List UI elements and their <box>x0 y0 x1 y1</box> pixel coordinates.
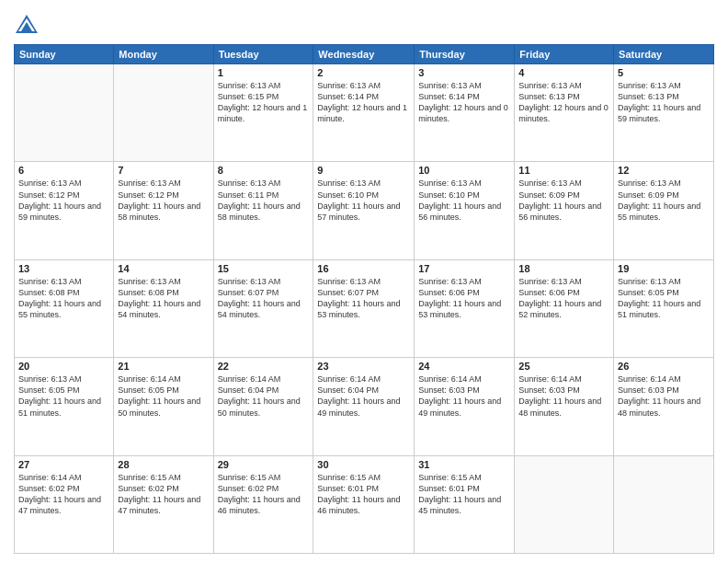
day-header-thursday: Thursday <box>415 45 515 64</box>
calendar-cell: 3Sunrise: 6:13 AM Sunset: 6:14 PM Daylig… <box>415 64 515 162</box>
calendar-cell: 19Sunrise: 6:13 AM Sunset: 6:05 PM Dayli… <box>614 259 714 357</box>
day-info: Sunrise: 6:13 AM Sunset: 6:05 PM Dayligh… <box>18 373 109 419</box>
day-number: 9 <box>317 165 410 176</box>
calendar-cell: 23Sunrise: 6:14 AM Sunset: 6:04 PM Dayli… <box>313 358 415 455</box>
calendar-cell: 14Sunrise: 6:13 AM Sunset: 6:08 PM Dayli… <box>114 259 213 357</box>
logo-icon <box>14 13 40 39</box>
day-number: 24 <box>418 361 510 372</box>
day-info: Sunrise: 6:13 AM Sunset: 6:11 PM Dayligh… <box>218 178 310 223</box>
day-number: 29 <box>218 459 310 470</box>
calendar-cell: 28Sunrise: 6:15 AM Sunset: 6:02 PM Dayli… <box>114 455 213 553</box>
page-header <box>14 9 714 39</box>
calendar-cell: 8Sunrise: 6:13 AM Sunset: 6:11 PM Daylig… <box>213 162 313 259</box>
day-number: 26 <box>618 361 710 372</box>
day-number: 19 <box>618 263 710 274</box>
day-header-tuesday: Tuesday <box>213 45 313 64</box>
day-info: Sunrise: 6:14 AM Sunset: 6:04 PM Dayligh… <box>218 373 310 419</box>
day-info: Sunrise: 6:13 AM Sunset: 6:13 PM Dayligh… <box>618 80 710 125</box>
day-number: 10 <box>418 165 510 176</box>
day-number: 13 <box>18 263 109 274</box>
day-header-wednesday: Wednesday <box>313 45 415 64</box>
day-header-friday: Friday <box>515 45 614 64</box>
calendar-cell: 22Sunrise: 6:14 AM Sunset: 6:04 PM Dayli… <box>213 358 313 455</box>
calendar-cell: 11Sunrise: 6:13 AM Sunset: 6:09 PM Dayli… <box>515 162 614 259</box>
day-info: Sunrise: 6:13 AM Sunset: 6:07 PM Dayligh… <box>317 276 410 321</box>
calendar-cell: 21Sunrise: 6:14 AM Sunset: 6:05 PM Dayli… <box>114 358 213 455</box>
day-number: 12 <box>618 165 710 176</box>
day-info: Sunrise: 6:13 AM Sunset: 6:06 PM Dayligh… <box>418 276 510 321</box>
day-number: 2 <box>317 67 410 78</box>
calendar-cell: 1Sunrise: 6:13 AM Sunset: 6:15 PM Daylig… <box>213 64 313 162</box>
day-number: 14 <box>118 263 209 274</box>
day-info: Sunrise: 6:15 AM Sunset: 6:01 PM Dayligh… <box>317 472 410 517</box>
day-info: Sunrise: 6:14 AM Sunset: 6:04 PM Dayligh… <box>317 373 410 419</box>
calendar-cell: 24Sunrise: 6:14 AM Sunset: 6:03 PM Dayli… <box>415 358 515 455</box>
day-info: Sunrise: 6:13 AM Sunset: 6:13 PM Dayligh… <box>518 80 609 125</box>
calendar-table: SundayMondayTuesdayWednesdayThursdayFrid… <box>14 44 714 554</box>
calendar-cell: 6Sunrise: 6:13 AM Sunset: 6:12 PM Daylig… <box>15 162 114 259</box>
calendar-cell: 29Sunrise: 6:15 AM Sunset: 6:02 PM Dayli… <box>213 455 313 553</box>
day-header-sunday: Sunday <box>15 45 114 64</box>
calendar-cell: 26Sunrise: 6:14 AM Sunset: 6:03 PM Dayli… <box>614 358 714 455</box>
day-info: Sunrise: 6:13 AM Sunset: 6:15 PM Dayligh… <box>218 80 310 125</box>
day-info: Sunrise: 6:13 AM Sunset: 6:07 PM Dayligh… <box>218 276 310 321</box>
day-info: Sunrise: 6:13 AM Sunset: 6:08 PM Dayligh… <box>118 276 209 321</box>
calendar-cell <box>15 64 114 162</box>
calendar-cell: 27Sunrise: 6:14 AM Sunset: 6:02 PM Dayli… <box>15 455 114 553</box>
day-number: 30 <box>317 459 410 470</box>
calendar-cell: 20Sunrise: 6:13 AM Sunset: 6:05 PM Dayli… <box>15 358 114 455</box>
calendar-cell: 17Sunrise: 6:13 AM Sunset: 6:06 PM Dayli… <box>415 259 515 357</box>
day-info: Sunrise: 6:13 AM Sunset: 6:10 PM Dayligh… <box>418 178 510 223</box>
day-header-monday: Monday <box>114 45 213 64</box>
day-number: 20 <box>18 361 109 372</box>
day-info: Sunrise: 6:15 AM Sunset: 6:01 PM Dayligh… <box>418 472 510 517</box>
calendar-cell: 2Sunrise: 6:13 AM Sunset: 6:14 PM Daylig… <box>313 64 415 162</box>
day-number: 6 <box>18 165 109 176</box>
day-number: 4 <box>518 67 609 78</box>
day-info: Sunrise: 6:13 AM Sunset: 6:05 PM Dayligh… <box>618 276 710 321</box>
calendar-cell: 18Sunrise: 6:13 AM Sunset: 6:06 PM Dayli… <box>515 259 614 357</box>
day-info: Sunrise: 6:14 AM Sunset: 6:03 PM Dayligh… <box>518 373 609 419</box>
day-info: Sunrise: 6:13 AM Sunset: 6:09 PM Dayligh… <box>518 178 609 223</box>
calendar-cell: 4Sunrise: 6:13 AM Sunset: 6:13 PM Daylig… <box>515 64 614 162</box>
day-info: Sunrise: 6:13 AM Sunset: 6:10 PM Dayligh… <box>317 178 410 223</box>
logo <box>14 13 43 39</box>
day-number: 16 <box>317 263 410 274</box>
calendar-cell: 12Sunrise: 6:13 AM Sunset: 6:09 PM Dayli… <box>614 162 714 259</box>
day-number: 21 <box>118 361 209 372</box>
day-number: 11 <box>518 165 609 176</box>
day-number: 25 <box>518 361 609 372</box>
calendar-cell: 7Sunrise: 6:13 AM Sunset: 6:12 PM Daylig… <box>114 162 213 259</box>
day-number: 31 <box>418 459 510 470</box>
calendar-cell: 13Sunrise: 6:13 AM Sunset: 6:08 PM Dayli… <box>15 259 114 357</box>
calendar-cell: 15Sunrise: 6:13 AM Sunset: 6:07 PM Dayli… <box>213 259 313 357</box>
day-info: Sunrise: 6:14 AM Sunset: 6:03 PM Dayligh… <box>618 373 710 419</box>
day-info: Sunrise: 6:15 AM Sunset: 6:02 PM Dayligh… <box>218 472 310 517</box>
day-info: Sunrise: 6:14 AM Sunset: 6:03 PM Dayligh… <box>418 373 510 419</box>
day-number: 15 <box>218 263 310 274</box>
day-info: Sunrise: 6:15 AM Sunset: 6:02 PM Dayligh… <box>118 472 209 517</box>
calendar-cell <box>114 64 213 162</box>
calendar-cell: 30Sunrise: 6:15 AM Sunset: 6:01 PM Dayli… <box>313 455 415 553</box>
day-number: 8 <box>218 165 310 176</box>
calendar-cell <box>515 455 614 553</box>
day-info: Sunrise: 6:13 AM Sunset: 6:14 PM Dayligh… <box>317 80 410 125</box>
day-number: 7 <box>118 165 209 176</box>
day-number: 3 <box>418 67 510 78</box>
day-info: Sunrise: 6:13 AM Sunset: 6:09 PM Dayligh… <box>618 178 710 223</box>
day-number: 1 <box>218 67 310 78</box>
calendar-cell: 31Sunrise: 6:15 AM Sunset: 6:01 PM Dayli… <box>415 455 515 553</box>
calendar-cell: 9Sunrise: 6:13 AM Sunset: 6:10 PM Daylig… <box>313 162 415 259</box>
day-number: 28 <box>118 459 209 470</box>
day-info: Sunrise: 6:14 AM Sunset: 6:02 PM Dayligh… <box>18 472 109 517</box>
day-info: Sunrise: 6:13 AM Sunset: 6:12 PM Dayligh… <box>18 178 109 223</box>
day-info: Sunrise: 6:13 AM Sunset: 6:06 PM Dayligh… <box>518 276 609 321</box>
calendar-cell: 25Sunrise: 6:14 AM Sunset: 6:03 PM Dayli… <box>515 358 614 455</box>
day-info: Sunrise: 6:14 AM Sunset: 6:05 PM Dayligh… <box>118 373 209 419</box>
calendar-cell <box>614 455 714 553</box>
day-number: 18 <box>518 263 609 274</box>
day-number: 22 <box>218 361 310 372</box>
day-info: Sunrise: 6:13 AM Sunset: 6:12 PM Dayligh… <box>118 178 209 223</box>
day-number: 5 <box>618 67 710 78</box>
day-number: 23 <box>317 361 410 372</box>
